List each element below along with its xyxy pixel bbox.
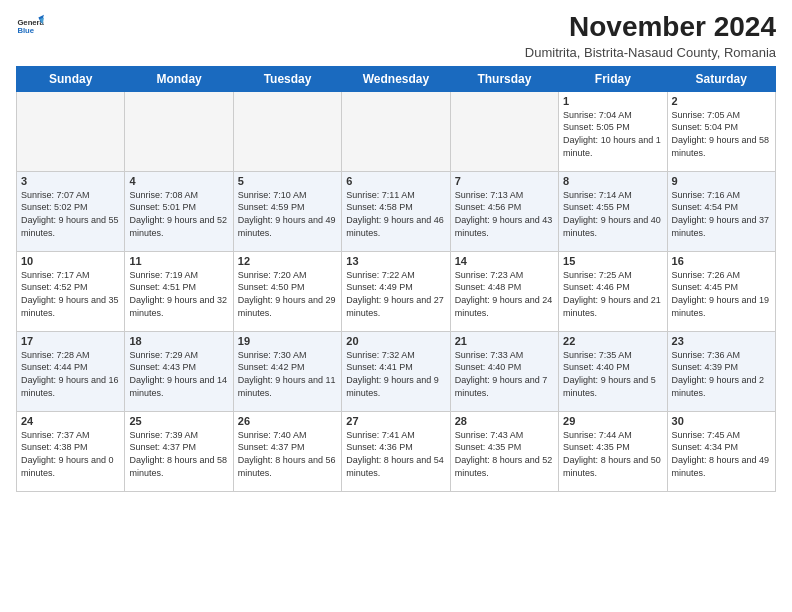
table-row: 8Sunrise: 7:14 AM Sunset: 4:55 PM Daylig…	[559, 171, 667, 251]
col-thursday: Thursday	[450, 66, 558, 91]
day-number: 14	[455, 255, 554, 267]
day-number: 7	[455, 175, 554, 187]
table-row: 12Sunrise: 7:20 AM Sunset: 4:50 PM Dayli…	[233, 251, 341, 331]
day-number: 24	[21, 415, 120, 427]
table-row: 10Sunrise: 7:17 AM Sunset: 4:52 PM Dayli…	[17, 251, 125, 331]
day-info: Sunrise: 7:39 AM Sunset: 4:37 PM Dayligh…	[129, 429, 228, 479]
calendar-week-row: 24Sunrise: 7:37 AM Sunset: 4:38 PM Dayli…	[17, 411, 776, 491]
month-title: November 2024	[525, 12, 776, 43]
table-row: 1Sunrise: 7:04 AM Sunset: 5:05 PM Daylig…	[559, 91, 667, 171]
col-tuesday: Tuesday	[233, 66, 341, 91]
table-row: 9Sunrise: 7:16 AM Sunset: 4:54 PM Daylig…	[667, 171, 775, 251]
table-row: 26Sunrise: 7:40 AM Sunset: 4:37 PM Dayli…	[233, 411, 341, 491]
title-block: November 2024 Dumitrita, Bistrita-Nasaud…	[525, 12, 776, 60]
day-number: 30	[672, 415, 771, 427]
day-info: Sunrise: 7:16 AM Sunset: 4:54 PM Dayligh…	[672, 189, 771, 239]
table-row: 30Sunrise: 7:45 AM Sunset: 4:34 PM Dayli…	[667, 411, 775, 491]
page: General Blue November 2024 Dumitrita, Bi…	[0, 0, 792, 612]
day-number: 6	[346, 175, 445, 187]
day-info: Sunrise: 7:44 AM Sunset: 4:35 PM Dayligh…	[563, 429, 662, 479]
table-row: 16Sunrise: 7:26 AM Sunset: 4:45 PM Dayli…	[667, 251, 775, 331]
day-info: Sunrise: 7:22 AM Sunset: 4:49 PM Dayligh…	[346, 269, 445, 319]
day-info: Sunrise: 7:37 AM Sunset: 4:38 PM Dayligh…	[21, 429, 120, 479]
day-info: Sunrise: 7:07 AM Sunset: 5:02 PM Dayligh…	[21, 189, 120, 239]
day-info: Sunrise: 7:29 AM Sunset: 4:43 PM Dayligh…	[129, 349, 228, 399]
day-number: 25	[129, 415, 228, 427]
day-info: Sunrise: 7:10 AM Sunset: 4:59 PM Dayligh…	[238, 189, 337, 239]
day-info: Sunrise: 7:19 AM Sunset: 4:51 PM Dayligh…	[129, 269, 228, 319]
day-number: 10	[21, 255, 120, 267]
calendar-week-row: 17Sunrise: 7:28 AM Sunset: 4:44 PM Dayli…	[17, 331, 776, 411]
header: General Blue November 2024 Dumitrita, Bi…	[16, 12, 776, 60]
day-info: Sunrise: 7:11 AM Sunset: 4:58 PM Dayligh…	[346, 189, 445, 239]
day-info: Sunrise: 7:40 AM Sunset: 4:37 PM Dayligh…	[238, 429, 337, 479]
day-number: 15	[563, 255, 662, 267]
day-number: 1	[563, 95, 662, 107]
logo: General Blue	[16, 12, 44, 40]
table-row: 7Sunrise: 7:13 AM Sunset: 4:56 PM Daylig…	[450, 171, 558, 251]
day-number: 29	[563, 415, 662, 427]
day-info: Sunrise: 7:13 AM Sunset: 4:56 PM Dayligh…	[455, 189, 554, 239]
table-row	[233, 91, 341, 171]
day-info: Sunrise: 7:43 AM Sunset: 4:35 PM Dayligh…	[455, 429, 554, 479]
day-info: Sunrise: 7:32 AM Sunset: 4:41 PM Dayligh…	[346, 349, 445, 399]
table-row: 22Sunrise: 7:35 AM Sunset: 4:40 PM Dayli…	[559, 331, 667, 411]
day-number: 2	[672, 95, 771, 107]
day-number: 16	[672, 255, 771, 267]
day-info: Sunrise: 7:33 AM Sunset: 4:40 PM Dayligh…	[455, 349, 554, 399]
day-info: Sunrise: 7:05 AM Sunset: 5:04 PM Dayligh…	[672, 109, 771, 159]
table-row	[125, 91, 233, 171]
table-row: 29Sunrise: 7:44 AM Sunset: 4:35 PM Dayli…	[559, 411, 667, 491]
table-row: 2Sunrise: 7:05 AM Sunset: 5:04 PM Daylig…	[667, 91, 775, 171]
day-number: 8	[563, 175, 662, 187]
col-saturday: Saturday	[667, 66, 775, 91]
table-row: 21Sunrise: 7:33 AM Sunset: 4:40 PM Dayli…	[450, 331, 558, 411]
table-row	[450, 91, 558, 171]
day-info: Sunrise: 7:25 AM Sunset: 4:46 PM Dayligh…	[563, 269, 662, 319]
day-info: Sunrise: 7:30 AM Sunset: 4:42 PM Dayligh…	[238, 349, 337, 399]
table-row: 28Sunrise: 7:43 AM Sunset: 4:35 PM Dayli…	[450, 411, 558, 491]
day-number: 5	[238, 175, 337, 187]
day-number: 13	[346, 255, 445, 267]
day-info: Sunrise: 7:35 AM Sunset: 4:40 PM Dayligh…	[563, 349, 662, 399]
table-row: 27Sunrise: 7:41 AM Sunset: 4:36 PM Dayli…	[342, 411, 450, 491]
table-row: 14Sunrise: 7:23 AM Sunset: 4:48 PM Dayli…	[450, 251, 558, 331]
table-row: 13Sunrise: 7:22 AM Sunset: 4:49 PM Dayli…	[342, 251, 450, 331]
day-number: 22	[563, 335, 662, 347]
calendar-week-row: 3Sunrise: 7:07 AM Sunset: 5:02 PM Daylig…	[17, 171, 776, 251]
table-row	[17, 91, 125, 171]
table-row: 20Sunrise: 7:32 AM Sunset: 4:41 PM Dayli…	[342, 331, 450, 411]
day-number: 19	[238, 335, 337, 347]
table-row: 24Sunrise: 7:37 AM Sunset: 4:38 PM Dayli…	[17, 411, 125, 491]
day-number: 21	[455, 335, 554, 347]
day-number: 26	[238, 415, 337, 427]
calendar-week-row: 10Sunrise: 7:17 AM Sunset: 4:52 PM Dayli…	[17, 251, 776, 331]
day-info: Sunrise: 7:04 AM Sunset: 5:05 PM Dayligh…	[563, 109, 662, 159]
col-monday: Monday	[125, 66, 233, 91]
table-row: 23Sunrise: 7:36 AM Sunset: 4:39 PM Dayli…	[667, 331, 775, 411]
table-row: 6Sunrise: 7:11 AM Sunset: 4:58 PM Daylig…	[342, 171, 450, 251]
day-info: Sunrise: 7:41 AM Sunset: 4:36 PM Dayligh…	[346, 429, 445, 479]
table-row: 17Sunrise: 7:28 AM Sunset: 4:44 PM Dayli…	[17, 331, 125, 411]
day-number: 11	[129, 255, 228, 267]
day-number: 20	[346, 335, 445, 347]
day-info: Sunrise: 7:28 AM Sunset: 4:44 PM Dayligh…	[21, 349, 120, 399]
table-row	[342, 91, 450, 171]
table-row: 11Sunrise: 7:19 AM Sunset: 4:51 PM Dayli…	[125, 251, 233, 331]
calendar-table: Sunday Monday Tuesday Wednesday Thursday…	[16, 66, 776, 492]
day-number: 27	[346, 415, 445, 427]
day-number: 12	[238, 255, 337, 267]
day-number: 23	[672, 335, 771, 347]
col-sunday: Sunday	[17, 66, 125, 91]
day-info: Sunrise: 7:17 AM Sunset: 4:52 PM Dayligh…	[21, 269, 120, 319]
day-info: Sunrise: 7:45 AM Sunset: 4:34 PM Dayligh…	[672, 429, 771, 479]
table-row: 3Sunrise: 7:07 AM Sunset: 5:02 PM Daylig…	[17, 171, 125, 251]
table-row: 19Sunrise: 7:30 AM Sunset: 4:42 PM Dayli…	[233, 331, 341, 411]
day-number: 17	[21, 335, 120, 347]
day-number: 28	[455, 415, 554, 427]
day-number: 9	[672, 175, 771, 187]
day-info: Sunrise: 7:26 AM Sunset: 4:45 PM Dayligh…	[672, 269, 771, 319]
day-number: 18	[129, 335, 228, 347]
calendar-header-row: Sunday Monday Tuesday Wednesday Thursday…	[17, 66, 776, 91]
table-row: 5Sunrise: 7:10 AM Sunset: 4:59 PM Daylig…	[233, 171, 341, 251]
